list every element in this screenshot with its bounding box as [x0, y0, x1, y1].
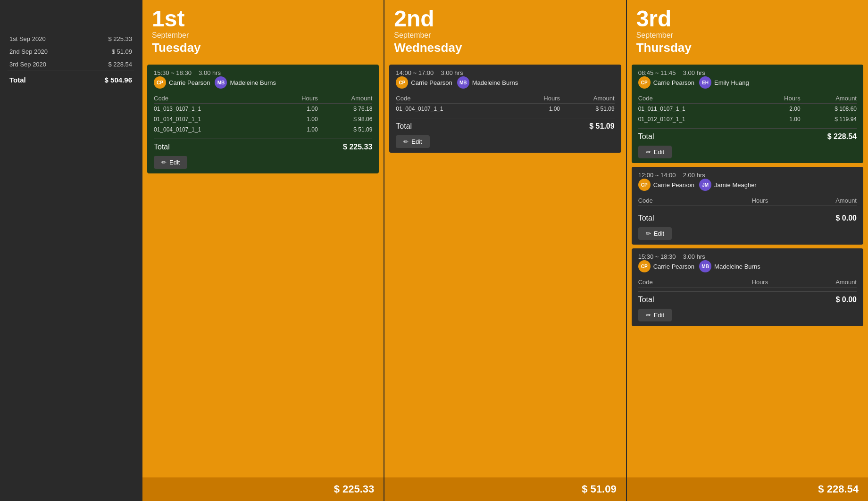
- code-cell: 01_004_0107_1_1: [396, 104, 517, 115]
- person-name: Carrie Pearson: [653, 181, 694, 189]
- summary-total-row: Total$ 504.96: [8, 71, 134, 87]
- code-col-header: Code: [638, 196, 700, 206]
- card-time-row: 12:00 ~ 14:00 2.00 hrs: [638, 172, 857, 179]
- amount-col-header: Amount: [768, 196, 857, 206]
- footer-amount: $ 51.09: [582, 483, 616, 495]
- col-amount-header: [80, 27, 134, 33]
- avatar: MB: [457, 76, 469, 89]
- person-badge: CP Carrie Pearson: [638, 76, 694, 89]
- person-name: Madeleine Burns: [714, 263, 760, 270]
- amount-cell: $ 108.60: [801, 104, 857, 115]
- day-column-3: 3rd September Thursday 08:45 ~ 11:45 3.0…: [626, 0, 868, 501]
- edit-icon: ✏: [646, 148, 651, 156]
- edit-button[interactable]: ✏Edit: [638, 309, 672, 321]
- total-amount: $ 504.96: [80, 71, 134, 87]
- hours-cell: 1.00: [275, 124, 317, 135]
- edit-icon: ✏: [646, 230, 651, 237]
- amount-cell: $ 98.06: [318, 114, 373, 124]
- edit-button[interactable]: ✏Edit: [638, 227, 672, 240]
- job-card: 15:30 ~ 18:30 3.00 hrs CP Carrie Pearson…: [147, 65, 379, 173]
- person-name: Carrie Pearson: [169, 79, 210, 86]
- summary-table: 1st Sep 2020$ 225.332nd Sep 2020$ 51.093…: [8, 27, 134, 87]
- card-time-row: 15:30 ~ 18:30 3.00 hrs: [154, 69, 372, 76]
- card-time-range: 14:00 ~ 17:00: [396, 69, 434, 76]
- avatar: CP: [396, 76, 408, 89]
- person-name: Madeleine Burns: [230, 79, 276, 86]
- job-card: 15:30 ~ 18:30 3.00 hrs CP Carrie Pearson…: [632, 248, 863, 326]
- code-cell: 01_014_0107_1_1: [154, 114, 275, 124]
- person-badge: EH Emily Huang: [699, 76, 749, 89]
- day-number: 1st: [152, 8, 374, 30]
- card-table: Code Hours Amount 01_013_0107_1_1 1.00 $…: [154, 93, 372, 135]
- edit-label: Edit: [169, 159, 180, 166]
- person-badge: MB Madeleine Burns: [215, 76, 276, 89]
- hours-col-header: Hours: [700, 277, 768, 287]
- card-time-range: 12:00 ~ 14:00: [638, 172, 676, 179]
- summary-amount: $ 225.33: [80, 33, 134, 45]
- total-label: Total: [638, 296, 654, 304]
- card-time-row: 14:00 ~ 17:00 3.00 hrs: [396, 69, 614, 76]
- card-people: CP Carrie Pearson MB Madeleine Burns: [154, 76, 372, 89]
- card-table: Code Hours Amount 01_004_0107_1_1 1.00 $…: [396, 93, 614, 114]
- summary-amount: $ 51.09: [80, 45, 134, 58]
- day-footer: $ 225.33: [142, 477, 384, 501]
- card-table: Code Hours Amount: [638, 277, 857, 287]
- amount-cell: $ 51.09: [560, 104, 615, 115]
- edit-button[interactable]: ✏Edit: [638, 146, 672, 158]
- table-row: 01_004_0107_1_1 1.00 $ 51.09: [396, 104, 614, 115]
- card-people: CP Carrie Pearson MB Madeleine Burns: [638, 260, 857, 272]
- person-badge: MB Madeleine Burns: [457, 76, 518, 89]
- person-badge: CP Carrie Pearson: [396, 76, 452, 89]
- total-value: $ 225.33: [343, 143, 372, 151]
- card-total-row: Total $ 228.54: [638, 128, 857, 144]
- total-value: $ 0.00: [836, 296, 857, 304]
- avatar: MB: [699, 260, 711, 272]
- card-hours: 2.00 hrs: [680, 172, 705, 179]
- edit-label: Edit: [411, 138, 422, 145]
- edit-icon: ✏: [646, 312, 651, 319]
- amount-col-header: Amount: [560, 93, 615, 104]
- edit-label: Edit: [654, 148, 664, 156]
- hours-cell: 2.00: [759, 104, 801, 115]
- table-row: 01_013_0107_1_1 1.00 $ 76.18: [154, 104, 372, 115]
- day-cards: 08:45 ~ 11:45 3.00 hrs CP Carrie Pearson…: [627, 61, 868, 477]
- card-table: Code Hours Amount 01_011_0107_1_1 2.00 $…: [638, 93, 857, 124]
- edit-icon: ✏: [161, 159, 167, 166]
- card-hours: 3.00 hrs: [680, 69, 705, 76]
- day-number: 2nd: [394, 8, 616, 30]
- day-footer: $ 228.54: [627, 477, 868, 501]
- person-badge: JM Jamie Meagher: [699, 179, 757, 191]
- code-cell: 01_013_0107_1_1: [154, 104, 275, 115]
- code-col-header: Code: [638, 93, 759, 104]
- job-card: 08:45 ~ 11:45 3.00 hrs CP Carrie Pearson…: [632, 65, 863, 163]
- day-month: September: [636, 31, 859, 40]
- card-people: CP Carrie Pearson JM Jamie Meagher: [638, 179, 857, 191]
- hours-col-header: Hours: [275, 93, 317, 104]
- card-people: CP Carrie Pearson MB Madeleine Burns: [396, 76, 614, 89]
- card-time-range: 08:45 ~ 11:45: [638, 69, 676, 76]
- hours-cell: 1.00: [759, 114, 801, 124]
- summary-row: 1st Sep 2020$ 225.33: [8, 33, 134, 45]
- day-cards: 14:00 ~ 17:00 3.00 hrs CP Carrie Pearson…: [384, 61, 626, 477]
- amount-cell: $ 119.94: [801, 114, 857, 124]
- day-cards: 15:30 ~ 18:30 3.00 hrs CP Carrie Pearson…: [142, 61, 384, 477]
- table-row: 01_012_0107_1_1 1.00 $ 119.94: [638, 114, 857, 124]
- edit-button[interactable]: ✏Edit: [154, 156, 187, 169]
- day-header: 2nd September Wednesday: [384, 0, 626, 61]
- day-name: Tuesday: [152, 41, 374, 55]
- table-row: 01_014_0107_1_1 1.00 $ 98.06: [154, 114, 372, 124]
- total-label: Total: [638, 132, 654, 141]
- person-name: Jamie Meagher: [714, 181, 757, 189]
- hours-cell: 1.00: [518, 104, 560, 115]
- total-label: Total: [638, 214, 654, 222]
- amount-cell: $ 76.18: [318, 104, 373, 115]
- card-hours: 3.00 hrs: [680, 253, 705, 260]
- card-total-row: Total $ 51.09: [396, 118, 614, 133]
- edit-button[interactable]: ✏Edit: [396, 135, 429, 148]
- day-column-2: 2nd September Wednesday 14:00 ~ 17:00 3.…: [384, 0, 626, 501]
- code-col-header: Code: [154, 93, 275, 104]
- avatar: CP: [638, 76, 651, 89]
- card-people: CP Carrie Pearson EH Emily Huang: [638, 76, 857, 89]
- col-day-header: [8, 27, 80, 33]
- card-time-range: 15:30 ~ 18:30: [638, 253, 676, 260]
